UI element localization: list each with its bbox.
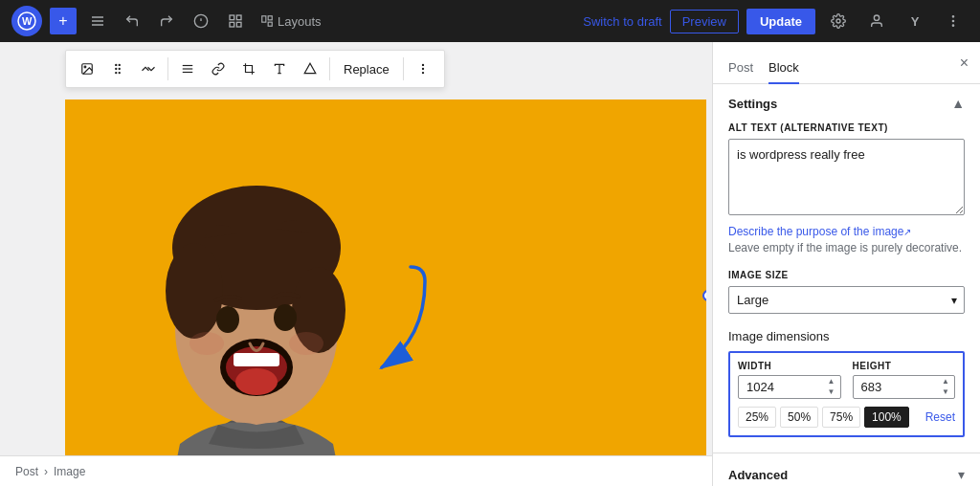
svg-point-24 — [119, 73, 120, 74]
text-button[interactable] — [266, 55, 293, 82]
drag-handle-button[interactable] — [104, 55, 131, 82]
svg-text:W: W — [22, 15, 33, 27]
svg-point-41 — [216, 306, 239, 333]
sidebar-close-button[interactable]: × — [960, 55, 969, 72]
height-field: HEIGHT ▲ ▼ — [853, 361, 956, 399]
post-tab[interactable]: Post — [728, 53, 753, 84]
toolbar-divider — [167, 57, 168, 80]
link-button[interactable] — [205, 55, 232, 82]
breadcrumb-image: Image — [54, 465, 85, 478]
image-size-select-wrapper: Thumbnail Medium Large Full Size ▾ — [728, 286, 965, 314]
advanced-header[interactable]: Advanced ▾ — [713, 453, 980, 486]
add-block-button[interactable]: + — [50, 8, 77, 34]
image-container — [0, 42, 712, 455]
align-button[interactable] — [174, 55, 201, 82]
advanced-title: Advanced — [728, 468, 788, 482]
profile-button[interactable] — [861, 6, 892, 36]
image-size-label: IMAGE SIZE — [728, 270, 965, 280]
topbar: W + Layouts Switch to draft Preview Upda… — [0, 0, 980, 42]
svg-point-39 — [166, 243, 223, 339]
settings-section-header[interactable]: Settings ▲ — [713, 84, 980, 122]
child-illustration — [65, 99, 706, 455]
svg-rect-46 — [234, 353, 279, 366]
svg-point-45 — [235, 368, 278, 395]
height-input-wrapper: ▲ ▼ — [853, 375, 956, 399]
block-tab[interactable]: Block — [768, 53, 799, 84]
alt-text-label: ALT TEXT (ALTERNATIVE TEXT) — [728, 122, 965, 133]
svg-point-48 — [289, 332, 323, 355]
info-button[interactable] — [188, 8, 214, 34]
image-icon-button[interactable] — [74, 55, 100, 82]
triangle-button[interactable] — [297, 55, 323, 82]
height-increment-button[interactable]: ▲ — [938, 377, 953, 387]
height-decrement-button[interactable]: ▼ — [938, 387, 953, 397]
svg-point-23 — [116, 73, 117, 74]
advanced-section: Advanced ▾ — [713, 453, 980, 486]
image-size-select[interactable]: Thumbnail Medium Large Full Size — [728, 286, 965, 314]
undo-button[interactable] — [119, 8, 145, 34]
svg-point-13 — [874, 15, 879, 20]
svg-rect-11 — [268, 22, 272, 26]
crop-button[interactable] — [235, 55, 262, 82]
svg-rect-10 — [268, 16, 272, 20]
alt-text-input[interactable] — [728, 139, 965, 215]
svg-rect-5 — [230, 15, 234, 20]
percentage-row: 25% 50% 75% 100% Reset — [738, 407, 955, 428]
svg-point-32 — [422, 68, 423, 69]
dimensions-fields: WIDTH ▲ ▼ HEIGHT — [728, 351, 965, 437]
pct-100-button[interactable]: 100% — [864, 407, 909, 428]
pct-50-button[interactable]: 50% — [780, 407, 818, 428]
layouts-button[interactable]: Layouts — [260, 14, 322, 29]
move-up-down-button[interactable] — [135, 55, 162, 82]
pct-25-button[interactable]: 25% — [738, 407, 776, 428]
update-button[interactable]: Update — [746, 9, 815, 34]
more-block-options-button[interactable] — [410, 55, 436, 82]
width-field: WIDTH ▲ ▼ — [738, 361, 841, 399]
list-view-button[interactable] — [222, 8, 249, 34]
tools-button[interactable] — [84, 8, 111, 34]
main-layout: Replace — [0, 42, 980, 486]
sidebar-content: Settings ▲ ALT TEXT (ALTERNATIVE TEXT) D… — [713, 84, 980, 486]
reset-button[interactable]: Reset — [925, 410, 955, 424]
svg-point-19 — [116, 64, 117, 65]
svg-point-47 — [189, 332, 224, 355]
width-increment-button[interactable]: ▲ — [824, 377, 839, 387]
alt-text-field: ALT TEXT (ALTERNATIVE TEXT) Describe the… — [728, 122, 965, 254]
advanced-chevron-icon: ▾ — [958, 467, 965, 482]
preview-button[interactable]: Preview — [670, 10, 739, 33]
image-dimensions: Image dimensions WIDTH ▲ ▼ — [728, 329, 965, 437]
redo-button[interactable] — [153, 8, 180, 34]
toolbar-divider-3 — [403, 57, 404, 80]
svg-rect-6 — [236, 15, 241, 20]
topbar-right: Switch to draft Preview Update Y — [583, 6, 969, 36]
breadcrumb-sep: › — [44, 465, 48, 478]
svg-point-16 — [952, 25, 953, 26]
breadcrumb-post[interactable]: Post — [15, 465, 38, 478]
alt-text-link[interactable]: Describe the purpose of the image — [728, 225, 903, 238]
replace-button[interactable]: Replace — [336, 58, 397, 80]
yoast-button[interactable]: Y — [900, 6, 930, 36]
svg-point-18 — [84, 66, 86, 68]
editor-area: Replace — [0, 42, 712, 486]
dimensions-row: WIDTH ▲ ▼ HEIGHT — [738, 361, 955, 399]
svg-point-20 — [119, 64, 120, 65]
breadcrumb: Post › Image — [0, 455, 712, 486]
pct-75-button[interactable]: 75% — [822, 407, 860, 428]
sidebar-tabs: Post Block × — [713, 42, 980, 84]
block-toolbar: Replace — [65, 50, 445, 88]
width-decrement-button[interactable]: ▼ — [824, 387, 839, 397]
image-block[interactable] — [65, 99, 706, 455]
svg-point-22 — [119, 68, 120, 69]
width-input-wrapper: ▲ ▼ — [738, 375, 841, 399]
settings-gear-button[interactable] — [823, 6, 854, 36]
height-spinner: ▲ ▼ — [938, 377, 953, 397]
svg-rect-8 — [236, 22, 241, 27]
height-label: HEIGHT — [853, 361, 956, 371]
svg-rect-34 — [65, 99, 706, 455]
image-size-section: IMAGE SIZE Thumbnail Medium Large Full S… — [728, 270, 965, 314]
settings-body: ALT TEXT (ALTERNATIVE TEXT) Describe the… — [713, 122, 980, 453]
svg-point-33 — [422, 73, 423, 74]
image-dimensions-title: Image dimensions — [728, 329, 965, 343]
more-options-button[interactable] — [938, 6, 969, 36]
switch-draft-button[interactable]: Switch to draft — [583, 14, 661, 29]
